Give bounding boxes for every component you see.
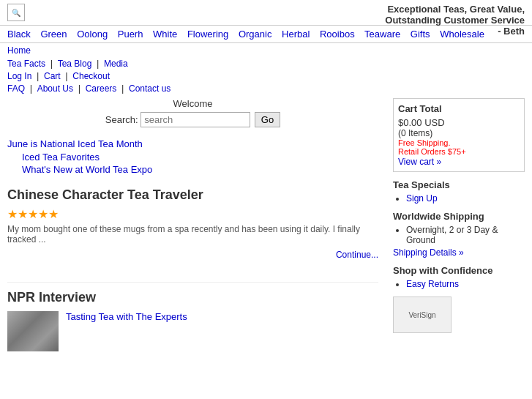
right-sidebar: Cart Total $0.00 USD (0 Items) Free Ship…	[386, 98, 532, 351]
nav-item-white[interactable]: White	[153, 29, 177, 40]
nav-tea-facts[interactable]: Tea Facts	[7, 59, 45, 69]
article-excerpt: My mom bought one of these mugs from a s…	[7, 224, 378, 245]
view-cart-link[interactable]: View cart »	[398, 157, 441, 167]
separator: |	[97, 58, 99, 69]
main-layout: Welcome Search: Go June is National Iced…	[0, 94, 532, 355]
nav-item-puerh[interactable]: Puerh	[118, 29, 143, 40]
shop-confidence-title: Shop with Confidence	[393, 265, 525, 276]
nav-contact-us[interactable]: Contact us	[129, 83, 171, 94]
npr-interview-link[interactable]: Tasting Tea with The Experts	[66, 311, 187, 322]
nav-item-organic[interactable]: Organic	[239, 29, 272, 40]
free-shipping-line1: Free Shipping.	[398, 138, 520, 147]
nav-media[interactable]: Media	[104, 59, 128, 69]
header-tagline: Exceptional Teas, Great Value, Outstandi…	[385, 4, 525, 37]
nav-faq[interactable]: FAQ	[7, 83, 25, 94]
separator: |	[121, 83, 124, 94]
article-tea-traveler: Chinese Character Tea Traveler ★★★★★ My …	[7, 187, 378, 260]
iced-tea-favorites-link[interactable]: Iced Tea Favorites	[22, 152, 378, 163]
cart-items: (0 Items)	[398, 128, 520, 138]
separator: |	[65, 70, 67, 81]
cart-amount: $0.00 USD	[398, 117, 520, 128]
verisign-badge: VeriSign	[393, 297, 452, 333]
nav-home[interactable]: Home	[7, 45, 31, 56]
quinary-nav: FAQ | About Us | Careers | Contact us	[0, 82, 532, 94]
welcome-text: Welcome	[7, 98, 378, 109]
quaternary-nav: Log In | Cart | Checkout	[0, 70, 532, 82]
article-continue-link[interactable]: Continue...	[336, 250, 378, 260]
npr-section: NPR Interview Tasting Tea with The Exper…	[7, 282, 378, 351]
secondary-nav: Home	[0, 43, 532, 57]
npr-link-container: Tasting Tea with The Experts	[66, 311, 187, 322]
tagline-line3: - Beth	[498, 26, 525, 37]
nav-about-us[interactable]: About Us	[37, 83, 73, 94]
nav-item-rooibos[interactable]: Rooibos	[320, 29, 355, 40]
article-title: Chinese Character Tea Traveler	[7, 187, 378, 203]
separator: |	[37, 70, 39, 81]
search-area: Welcome Search: Go	[7, 98, 378, 127]
cart-total-title: Cart Total	[398, 103, 520, 114]
nav-log-in[interactable]: Log In	[7, 71, 31, 81]
article-stars: ★★★★★	[7, 207, 378, 221]
header: 🔍 Exceptional Teas, Great Value, Outstan…	[0, 0, 532, 25]
tea-specials-section: Tea Specials Sign Up	[393, 179, 525, 204]
nav-item-herbal[interactable]: Herbal	[282, 29, 310, 40]
sign-up-link[interactable]: Sign Up	[406, 193, 438, 204]
nav-careers[interactable]: Careers	[86, 83, 117, 94]
nav-tea-blog[interactable]: Tea Blog	[58, 59, 92, 69]
tea-specials-title: Tea Specials	[393, 179, 525, 190]
npr-thumbnail	[7, 311, 59, 351]
articles: Chinese Character Tea Traveler ★★★★★ My …	[7, 180, 378, 282]
shipping-details-link[interactable]: Shipping Details »	[393, 247, 464, 258]
tertiary-nav: Tea Facts | Tea Blog | Media	[0, 57, 532, 70]
tagline-line1: Exceptional Teas, Great Value,	[387, 4, 525, 15]
separator: |	[78, 83, 80, 94]
nav-checkout[interactable]: Checkout	[72, 71, 110, 81]
npr-content: Tasting Tea with The Experts	[7, 311, 378, 351]
nav-item-black[interactable]: Black	[7, 29, 31, 40]
shipping-option: Overnight, 2 or 3 Day & Ground	[406, 225, 525, 245]
worldwide-shipping-section: Worldwide Shipping Overnight, 2 or 3 Day…	[393, 211, 525, 258]
verisign-label: VeriSign	[408, 311, 435, 319]
june-iced-tea-link[interactable]: June is National Iced Tea Month	[7, 138, 378, 149]
nav-item-oolong[interactable]: Oolong	[77, 29, 108, 40]
left-content: Welcome Search: Go June is National Iced…	[0, 98, 386, 351]
nav-cart[interactable]: Cart	[44, 71, 61, 81]
worldwide-shipping-title: Worldwide Shipping	[393, 211, 525, 222]
featured-links: June is National Iced Tea Month Iced Tea…	[7, 135, 378, 180]
free-shipping-line2: Retail Orders $75+	[398, 147, 520, 156]
world-tea-expo-link[interactable]: What's New at World Tea Expo	[22, 164, 378, 175]
npr-thumbnail-image	[7, 311, 59, 351]
search-label: Search:	[105, 114, 138, 125]
shop-confidence-section: Shop with Confidence Easy Returns	[393, 265, 525, 289]
separator: |	[50, 58, 53, 69]
nav-item-green[interactable]: Green	[40, 29, 67, 40]
separator: |	[30, 83, 32, 94]
npr-title: NPR Interview	[7, 290, 378, 305]
tagline-line2: Outstanding Customer Service	[385, 15, 525, 26]
search-button[interactable]: Go	[255, 112, 280, 127]
easy-returns-link[interactable]: Easy Returns	[406, 279, 459, 289]
nav-item-flowering[interactable]: Flowering	[187, 29, 228, 40]
cart-total-box: Cart Total $0.00 USD (0 Items) Free Ship…	[393, 98, 525, 172]
search-input[interactable]	[141, 112, 250, 127]
